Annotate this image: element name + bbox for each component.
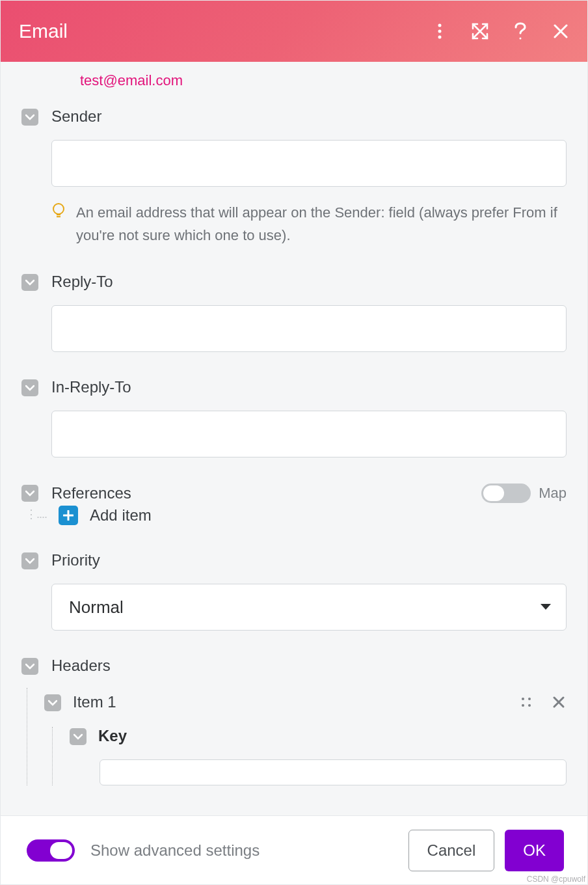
plus-icon bbox=[63, 510, 74, 521]
header-key-label: Key bbox=[98, 727, 127, 745]
in-reply-to-input[interactable] bbox=[51, 411, 567, 457]
modal-footer: Show advanced settings Cancel OK bbox=[1, 815, 587, 884]
modal-content: test@email.com Sender An email address t… bbox=[1, 62, 587, 815]
priority-value: Normal bbox=[69, 597, 124, 618]
svg-point-2 bbox=[438, 36, 442, 39]
map-toggle[interactable] bbox=[481, 483, 531, 503]
headers-field: Headers Item 1 bbox=[21, 657, 567, 785]
sender-input[interactable] bbox=[51, 140, 567, 187]
collapse-toggle[interactable] bbox=[21, 552, 38, 569]
svg-point-6 bbox=[528, 698, 531, 700]
svg-point-7 bbox=[522, 704, 524, 707]
lightbulb-icon bbox=[51, 202, 66, 247]
in-reply-to-label: In-Reply-To bbox=[51, 378, 567, 396]
tree-connector-icon: ⋮.... bbox=[25, 506, 47, 521]
in-reply-to-field: In-Reply-To bbox=[21, 378, 567, 483]
map-label: Map bbox=[539, 485, 567, 502]
priority-field: Priority Normal bbox=[21, 551, 567, 657]
map-toggle-wrap: Map bbox=[481, 483, 567, 503]
chevron-down-icon bbox=[25, 663, 34, 670]
add-item-row: ⋮.... Add item bbox=[21, 506, 567, 525]
chevron-down-icon bbox=[25, 558, 34, 564]
chevron-down-icon bbox=[74, 733, 83, 740]
reply-to-field: Reply-To bbox=[21, 273, 567, 378]
reply-to-input[interactable] bbox=[51, 305, 567, 352]
sender-hint-row: An email address that will appear on the… bbox=[51, 201, 567, 247]
collapse-toggle[interactable] bbox=[21, 485, 38, 502]
chevron-down-icon bbox=[25, 385, 34, 391]
priority-select[interactable]: Normal bbox=[51, 584, 567, 631]
kebab-menu-icon[interactable] bbox=[431, 23, 448, 40]
chevron-down-icon bbox=[48, 700, 57, 706]
add-item-button[interactable] bbox=[59, 506, 78, 525]
collapse-toggle[interactable] bbox=[44, 694, 61, 711]
header-key-input[interactable] bbox=[100, 759, 567, 785]
chevron-down-icon bbox=[25, 279, 34, 286]
modal-header: Email bbox=[1, 1, 587, 62]
reply-to-label: Reply-To bbox=[51, 273, 567, 291]
references-label: References bbox=[51, 484, 131, 502]
cancel-button[interactable]: Cancel bbox=[408, 830, 495, 871]
priority-label: Priority bbox=[51, 551, 567, 569]
advanced-settings-toggle[interactable] bbox=[27, 839, 75, 862]
help-icon[interactable] bbox=[512, 23, 529, 40]
caret-down-icon bbox=[540, 603, 552, 611]
svg-point-0 bbox=[438, 24, 442, 27]
remove-item-icon[interactable] bbox=[551, 694, 567, 710]
svg-point-1 bbox=[438, 30, 442, 33]
chevron-down-icon bbox=[25, 114, 34, 120]
chevron-down-icon bbox=[25, 490, 34, 497]
close-icon[interactable] bbox=[552, 23, 569, 40]
references-field: References Map ⋮.... Add item bbox=[21, 483, 567, 551]
svg-point-3 bbox=[520, 38, 522, 40]
sender-field: Sender An email address that will appear… bbox=[21, 107, 567, 273]
header-item-row: Item 1 bbox=[44, 688, 567, 711]
advanced-settings-label: Show advanced settings bbox=[90, 841, 408, 860]
svg-point-4 bbox=[53, 204, 64, 214]
headers-label: Headers bbox=[51, 657, 567, 675]
drag-handle-icon[interactable] bbox=[518, 694, 534, 710]
modal-title: Email bbox=[19, 20, 431, 42]
expand-icon[interactable] bbox=[472, 23, 488, 40]
prior-value-row: test@email.com bbox=[21, 62, 567, 107]
collapse-toggle[interactable] bbox=[21, 274, 38, 291]
ok-button[interactable]: OK bbox=[505, 830, 564, 871]
header-item-title: Item 1 bbox=[73, 693, 507, 711]
collapse-toggle[interactable] bbox=[70, 728, 87, 745]
sender-hint: An email address that will appear on the… bbox=[76, 201, 567, 247]
collapse-toggle[interactable] bbox=[21, 109, 38, 126]
headers-tree: Item 1 Key bbox=[27, 688, 567, 785]
add-item-label: Add item bbox=[90, 506, 152, 524]
collapse-toggle[interactable] bbox=[21, 658, 38, 675]
header-actions bbox=[431, 23, 569, 40]
svg-point-8 bbox=[528, 704, 531, 707]
email-modal: Email test@email.com bbox=[0, 0, 588, 885]
email-link[interactable]: test@email.com bbox=[80, 72, 183, 88]
collapse-toggle[interactable] bbox=[21, 379, 38, 396]
header-item-body: Key bbox=[52, 727, 567, 785]
svg-point-5 bbox=[522, 698, 524, 700]
sender-label: Sender bbox=[51, 107, 567, 126]
